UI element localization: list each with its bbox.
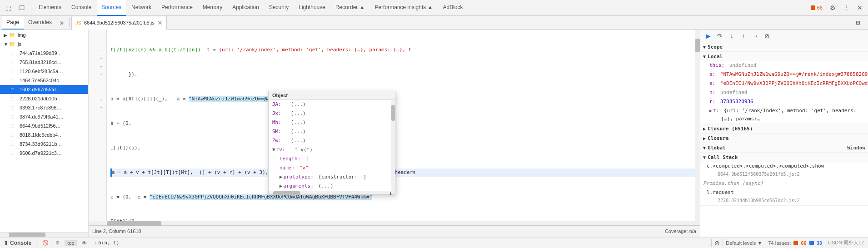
close-devtools-icon[interactable]: ✕	[853, 1, 866, 14]
local-expand-arrow: ▼	[703, 54, 706, 59]
global-title[interactable]: ▼ Global Window	[700, 143, 868, 152]
console-eye-toggle[interactable]: 👁	[80, 238, 89, 248]
console-eye-icon[interactable]: ⊘	[53, 238, 62, 248]
console-prompt-text[interactable]: h(n, t)	[98, 240, 119, 246]
console-search-icon[interactable]: 🚫	[41, 238, 50, 248]
popup-vscroll[interactable]	[391, 100, 395, 194]
popup-row-arguments[interactable]: ▶ arguments: (...)	[269, 182, 395, 191]
popup-key-Mh: Mh:	[272, 119, 286, 127]
tree-item-744[interactable]: □ 744.a71a199d89…	[0, 49, 88, 58]
tree-label-3393: 3393.17c87c898…	[20, 105, 61, 110]
popup-row-Zw: Zw: (...)	[269, 136, 395, 145]
tab-performance-insights[interactable]: Performance insights ▲	[370, 0, 438, 16]
file-icon-2228: □	[11, 96, 18, 101]
tree-item-8734[interactable]: □ 8734.33d96211b…	[0, 139, 88, 149]
toolbar-separator-1	[31, 3, 31, 12]
callstack-row-1[interactable]: c.<computed>.<computed>.<computed>.show …	[700, 162, 868, 179]
scope-val-e: "eDEnECU/Nw9vX30PPjZVQQQhXh0iKEcIcRRMFgB…	[717, 79, 868, 88]
scope-row-r: r: 37885820936	[700, 97, 868, 106]
tree-item-1602[interactable]: □ 1602.d967d55fd…	[0, 85, 88, 94]
inspect-icon[interactable]: ⬚	[2, 1, 15, 14]
popup-hscroll-thumb	[273, 191, 300, 195]
tab-lighthouse[interactable]: Lighthouse	[294, 0, 330, 16]
closure2-title[interactable]: ▶ Closure	[700, 134, 868, 143]
resume-btn[interactable]: ▶	[703, 31, 713, 41]
scope-val-n: undefined	[717, 89, 747, 97]
file-tab-name: 6644.9bd512f560375a201fb5.js	[84, 20, 155, 25]
popup-row-prototype[interactable]: ▶ prototype: {constructor: f}	[269, 173, 395, 182]
console-clear-icon[interactable]: ⊘	[714, 239, 720, 247]
popup-key-SM: SM:	[272, 128, 286, 136]
file-tab-right-icons: ⊞	[852, 16, 868, 29]
tree-item-3874[interactable]: □ 3874.de979f6a41…	[0, 112, 88, 121]
local-scope-title[interactable]: ▼ Local	[700, 52, 868, 61]
popup-key-JA: JA:	[272, 100, 286, 109]
tree-arrow-js: ▼	[4, 42, 9, 47]
callstack-row-2[interactable]: l.request 2228.021ddb10b985cd567dc2.js:2	[700, 188, 868, 205]
scope-title[interactable]: ▼ Scope	[700, 42, 868, 51]
code-line-3: a = a[0t]()[I1](_), a = "NTAwMGNuZnJ1ZW1…	[110, 95, 700, 103]
tree-item-img[interactable]: ▶ 📁 img	[0, 30, 88, 40]
badge-dot-orange	[793, 241, 798, 245]
step-btn[interactable]: →	[750, 31, 760, 41]
callstack-title[interactable]: ▼ Call Stack	[700, 153, 868, 162]
popup-row-cv[interactable]: ▼ cv: f v(t)	[269, 145, 395, 154]
popup-val-cv: f v(t)	[292, 146, 313, 154]
tree-item-765[interactable]: □ 765.81ad3218cd…	[0, 58, 88, 67]
open-file-tab[interactable]: JS 6644.9bd512f560375a201fb5.js ✕	[71, 16, 167, 30]
file-tab-close-icon[interactable]: ✕	[157, 19, 163, 26]
callstack-file-1: 6644.9bd512f560375a201fb5.js:2	[707, 170, 865, 179]
tab-adblock[interactable]: AdBlock	[438, 0, 467, 16]
popup-val-SM: (...)	[288, 128, 306, 136]
more-tabs-icon[interactable]: »	[56, 17, 67, 28]
tree-item-2228[interactable]: □ 2228.021ddb10b…	[0, 94, 88, 103]
tab-elements[interactable]: Elements	[34, 0, 66, 16]
tab-console[interactable]: Console	[67, 0, 96, 16]
center-panel: - - - - - - - - - - t[Zt][nz](n) && a[0]…	[89, 30, 700, 237]
local-scope-label: Local	[708, 54, 723, 60]
popup-hscroll[interactable]: ▸	[269, 191, 395, 194]
global-expand-arrow: ▼	[703, 145, 706, 150]
scope-row-t[interactable]: ▶ t: {url: '/rank/index', method: 'get',…	[700, 106, 868, 124]
tab-performance[interactable]: Performance	[157, 0, 197, 16]
tree-label-2228: 2228.021ddb10b…	[20, 96, 62, 101]
step-over-btn[interactable]: ↷	[715, 31, 725, 41]
tree-item-1120[interactable]: □ 1120.6ebf283c5a…	[0, 67, 88, 76]
left-panel-hscroll[interactable]	[0, 232, 88, 237]
tree-item-8018[interactable]: □ 8018.1fdc5cdbb4…	[0, 130, 88, 139]
deactivate-breakpoints-btn[interactable]: ⊘	[762, 31, 772, 41]
code-vscroll[interactable]	[695, 30, 700, 221]
closure1-title[interactable]: ▶ Closure (65165)	[700, 124, 868, 133]
code-lines: t[Zt][nz](n) && a[0](t[Zt][n]) t = {url:…	[107, 30, 700, 221]
tree-item-1464[interactable]: □ 1464.7ce562c04c…	[0, 76, 88, 85]
console-toggle[interactable]: ⬆ Console	[4, 240, 31, 246]
scope-val-t: {url: '/rank/index', method: 'get', head…	[721, 107, 865, 123]
code-hscroll[interactable]	[89, 221, 700, 225]
settings-icon[interactable]: ⚙	[826, 1, 839, 14]
tree-item-js[interactable]: ▼ 📁 js	[0, 40, 88, 49]
default-levels-btn[interactable]: Default levels ▼	[726, 240, 762, 246]
split-view-icon[interactable]: ⊞	[852, 16, 864, 29]
device-toggle-icon[interactable]: ☐	[15, 1, 28, 14]
tab-recorder[interactable]: Recorder ▲	[331, 0, 369, 16]
overrides-tab[interactable]: Overrides	[24, 16, 56, 30]
tree-item-6644[interactable]: □ 6644.9bd512f56…	[0, 121, 88, 130]
js-file-icon: JS	[75, 20, 81, 25]
tab-security[interactable]: Security	[264, 0, 293, 16]
tab-sources[interactable]: Sources	[97, 0, 126, 16]
scope-section: ▼ Scope	[700, 42, 868, 52]
more-options-icon[interactable]: ⋮	[840, 1, 853, 14]
callstack-file-2: 2228.021ddb10b985cd567dc2.js:2	[707, 197, 865, 205]
file-icon-1602: □	[11, 87, 18, 92]
tree-item-9606[interactable]: □ 9606.d7a9221c3…	[0, 149, 88, 158]
tab-memory[interactable]: Memory	[198, 0, 227, 16]
tab-network[interactable]: Network	[127, 0, 156, 16]
tree-item-3393[interactable]: □ 3393.17c87c898…	[0, 103, 88, 112]
step-out-btn[interactable]: ↑	[738, 31, 748, 41]
tab-application[interactable]: Application	[228, 0, 264, 16]
step-into-btn[interactable]: ↓	[727, 31, 737, 41]
console-label: Console	[10, 240, 31, 246]
bottom-bar: ⬆ Console 🚫 ⊘ top 👁 › h(n, t) ⊘ Default …	[0, 237, 868, 248]
issues-blue-count: 33	[817, 240, 822, 246]
page-tab[interactable]: Page	[2, 16, 24, 30]
